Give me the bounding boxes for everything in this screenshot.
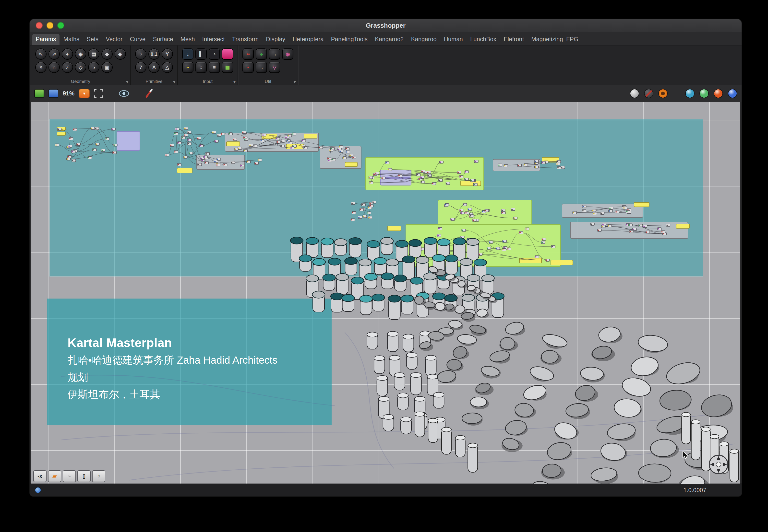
display-mode-button-1[interactable]	[685, 89, 695, 98]
node-group[interactable]	[438, 200, 532, 225]
node-group[interactable]	[493, 159, 540, 171]
preview-eye-icon[interactable]	[118, 90, 129, 97]
selection-region[interactable]	[49, 119, 703, 277]
param-icon[interactable]: ≡	[209, 62, 220, 73]
panel-component[interactable]	[57, 132, 66, 136]
tab-elefront[interactable]: Elefront	[500, 34, 527, 45]
tab-transform[interactable]: Transform	[229, 34, 262, 45]
tab-kangaroo2[interactable]: Kangaroo2	[372, 34, 407, 45]
param-icon[interactable]: ▦	[222, 62, 233, 73]
param-icon[interactable]: A	[148, 62, 160, 73]
preview-shaded-button[interactable]	[658, 89, 668, 98]
preview-off-button[interactable]	[644, 89, 653, 98]
group-expand-icon[interactable]: ▾	[294, 79, 296, 85]
node-group[interactable]	[562, 204, 643, 218]
param-icon[interactable]: ◈	[115, 48, 126, 60]
panel-component[interactable]	[676, 224, 690, 229]
tab-human[interactable]: Human	[441, 34, 466, 45]
tab-kangaroo[interactable]: Kangaroo	[407, 34, 440, 45]
param-icon[interactable]: ●	[62, 48, 73, 60]
paint-widget-button[interactable]: ▰	[48, 470, 61, 482]
node-group[interactable]	[380, 170, 411, 178]
param-icon[interactable]: ×	[35, 62, 46, 73]
open-file-button[interactable]	[34, 89, 44, 98]
param-icon[interactable]: ◉	[282, 48, 293, 60]
param-icon[interactable]: ▌	[196, 48, 207, 60]
wire-widget-button[interactable]: ~	[63, 470, 76, 482]
tab-sets[interactable]: Sets	[83, 34, 102, 45]
param-icon[interactable]: ~	[182, 62, 194, 73]
expression-widget-button[interactable]: -x	[33, 470, 46, 482]
title-bar[interactable]: Grasshopper	[30, 19, 742, 32]
param-icon[interactable]: ••	[243, 48, 254, 60]
node-group[interactable]	[197, 155, 245, 170]
preview-sphere-button[interactable]	[630, 89, 639, 98]
panel-component[interactable]	[262, 134, 277, 139]
tab-heteroptera[interactable]: Heteroptera	[289, 34, 327, 45]
panel-component[interactable]	[550, 260, 573, 265]
canvas[interactable]: Kartal Masterplan 扎哈•哈迪德建筑事务所 Zaha Hadid…	[31, 102, 740, 484]
save-file-button[interactable]	[48, 89, 58, 98]
node-group[interactable]	[570, 222, 688, 239]
tab-vector[interactable]: Vector	[102, 34, 126, 45]
param-icon[interactable]: ▣	[101, 62, 113, 73]
panel-component[interactable]	[542, 157, 559, 162]
zoom-extents-icon[interactable]	[94, 89, 103, 98]
group-expand-icon[interactable]: ▾	[173, 79, 175, 85]
node-group[interactable]	[380, 178, 411, 185]
tab-surface[interactable]: Surface	[149, 34, 176, 45]
param-icon[interactable]: ◑	[88, 62, 99, 73]
panel-component[interactable]	[634, 202, 650, 207]
param-icon[interactable]: 7	[135, 62, 146, 73]
tab-curve[interactable]: Curve	[126, 34, 149, 45]
panel-component[interactable]	[57, 127, 66, 131]
sketch-brush-icon[interactable]	[145, 89, 154, 98]
param-icon[interactable]: →	[256, 62, 267, 73]
slider-widget-button[interactable]: ▯	[77, 470, 91, 482]
param-icon[interactable]: ▤	[88, 48, 99, 60]
panel-component[interactable]	[519, 258, 542, 263]
tab-magnetizing_fpg[interactable]: Magnetizing_FPG	[528, 34, 582, 45]
param-icon[interactable]: ◇	[75, 62, 86, 73]
param-icon[interactable]: △	[161, 62, 173, 73]
param-icon[interactable]: Y	[161, 48, 173, 60]
param-icon[interactable]: •	[243, 62, 254, 73]
param-icon[interactable]: ○	[196, 62, 207, 73]
panel-component[interactable]	[345, 162, 358, 167]
node-group[interactable]	[116, 131, 140, 151]
param-icon[interactable]: ∩	[48, 62, 60, 73]
tab-params[interactable]: Params	[32, 34, 59, 45]
param-icon[interactable]: ↓	[182, 48, 194, 60]
panel-component[interactable]	[460, 181, 481, 186]
view-compass[interactable]	[708, 454, 729, 477]
tab-lunchbox[interactable]: LunchBox	[467, 34, 500, 45]
param-icon[interactable]: ◆	[101, 48, 113, 60]
param-icon[interactable]: ◉	[75, 48, 86, 60]
zoom-dropdown-button[interactable]: ▾	[79, 89, 90, 98]
param-icon[interactable]: ◔	[135, 48, 146, 60]
tab-display[interactable]: Display	[263, 34, 289, 45]
param-icon[interactable]: 0.1	[148, 48, 160, 60]
param-icon[interactable]: ↖	[35, 48, 46, 60]
tab-mesh[interactable]: Mesh	[177, 34, 199, 45]
param-icon[interactable]: ∕	[62, 62, 73, 73]
display-mode-button-2[interactable]	[699, 89, 709, 98]
display-mode-button-3[interactable]	[714, 89, 723, 98]
param-icon[interactable]	[222, 48, 233, 60]
close-button[interactable]	[36, 22, 43, 29]
panel-component[interactable]	[177, 168, 193, 173]
panel-component[interactable]	[387, 226, 401, 231]
panel-component[interactable]	[304, 134, 317, 139]
tab-panelingtools[interactable]: PanelingTools	[328, 34, 371, 45]
tab-maths[interactable]: Maths	[60, 34, 83, 45]
param-icon[interactable]: ↗	[48, 48, 60, 60]
group-expand-icon[interactable]: ▾	[234, 79, 236, 85]
minimize-button[interactable]	[46, 22, 53, 29]
tab-intersect[interactable]: Intersect	[199, 34, 228, 45]
panel-component[interactable]	[226, 141, 240, 146]
panel-component[interactable]	[286, 144, 304, 149]
param-icon[interactable]: ▽	[269, 62, 280, 73]
param-icon[interactable]: ◔	[209, 48, 220, 60]
maximize-button[interactable]	[57, 22, 64, 29]
group-expand-icon[interactable]: ▾	[126, 79, 128, 85]
